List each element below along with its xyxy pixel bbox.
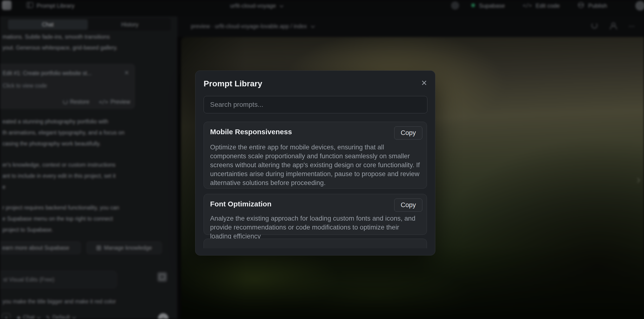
prompt-body: Analyze the existing approach for loadin… xyxy=(210,214,422,240)
prompt-card: Font Optimization Copy Analyze the exist… xyxy=(204,194,427,235)
prompt-body: Optimize the entire app for mobile devic… xyxy=(210,143,422,187)
copy-button[interactable]: Copy xyxy=(394,126,422,140)
close-icon[interactable]: × xyxy=(420,76,428,89)
prompt-card-partial xyxy=(204,239,427,248)
copy-button[interactable]: Copy xyxy=(394,198,422,212)
modal-title: Prompt Library xyxy=(204,79,262,88)
prompt-title: Mobile Responsiveness xyxy=(210,128,292,136)
prompt-card: Mobile Responsiveness Copy Optimize the … xyxy=(204,122,427,188)
prompt-library-modal: Prompt Library × Mobile Responsiveness C… xyxy=(195,70,435,256)
app-screen: Prompt Library urfit-cloud-voyage Supaba… xyxy=(0,0,644,319)
prompt-title: Font Optimization xyxy=(210,200,272,208)
search-input[interactable] xyxy=(204,96,428,113)
